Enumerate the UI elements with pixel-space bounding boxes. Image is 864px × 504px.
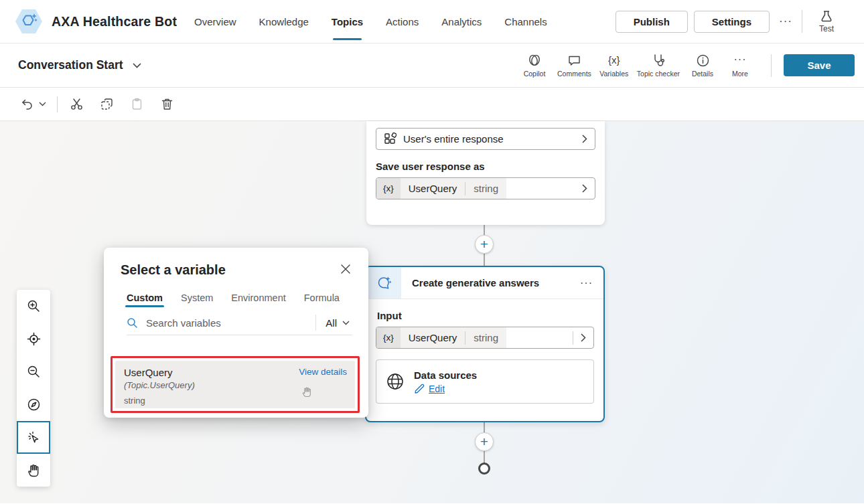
test-bot-button[interactable]: Test (802, 9, 851, 33)
input-variable-field[interactable]: {x} UserQuery string (376, 327, 594, 349)
info-icon (696, 54, 710, 68)
tab-system[interactable]: System (181, 292, 213, 311)
generative-answers-node[interactable]: Create generative answers ··· Input {x} … (365, 266, 605, 422)
identify-response-label: User's entire response (403, 133, 504, 145)
search-icon (127, 317, 138, 329)
header-more-button[interactable]: ··· (770, 15, 802, 28)
multiple-choice-icon (384, 133, 397, 145)
question-node-card: User's entire response Save user respons… (366, 121, 605, 225)
chevron-down-icon (133, 63, 141, 68)
data-sources-card: Data sources Edit (376, 359, 594, 404)
variable-item-name: UserQuery (124, 367, 195, 378)
zoom-in-button[interactable] (17, 290, 50, 323)
close-icon[interactable] (339, 262, 352, 276)
nav-analytics[interactable]: Analytics (441, 0, 482, 43)
variable-name: UserQuery (409, 183, 457, 194)
data-sources-title: Data sources (414, 369, 477, 381)
flask-icon (820, 9, 833, 23)
app-title: AXA Healthcare Bot (52, 14, 177, 29)
identify-response-field[interactable]: User's entire response (376, 128, 595, 150)
chevron-right-icon (575, 184, 595, 193)
test-label: Test (819, 24, 834, 33)
select-tool-button[interactable] (17, 421, 50, 454)
more-dots-icon: ··· (734, 53, 747, 68)
variables-tool-button[interactable]: {x} Variables (595, 53, 633, 78)
more-tool-button[interactable]: ··· More (721, 53, 759, 78)
node-title: Create generative answers (412, 267, 539, 299)
variable-type: string (474, 183, 498, 194)
chevron-down-icon (342, 321, 350, 325)
variable-separator (465, 331, 465, 345)
edit-link-label: Edit (429, 384, 445, 394)
variable-name: UserQuery (409, 332, 457, 343)
copilot-tool-button[interactable]: Copilot (516, 53, 553, 78)
add-node-button[interactable]: + (475, 235, 494, 254)
variable-search-row: All (127, 311, 352, 335)
input-label: Input (377, 310, 594, 321)
app-header: AXA Healthcare Bot Overview Knowledge To… (0, 0, 864, 44)
topic-checker-tool-button[interactable]: Topic checker (633, 53, 684, 78)
tab-custom[interactable]: Custom (127, 292, 163, 311)
globe-icon (386, 372, 405, 391)
nav-actions[interactable]: Actions (386, 0, 419, 43)
details-tool-button[interactable]: Details (684, 54, 721, 78)
end-of-topic-node[interactable] (478, 463, 490, 475)
variables-tool-label: Variables (599, 70, 628, 78)
nav-knowledge[interactable]: Knowledge (259, 0, 309, 43)
nav-topics[interactable]: Topics (332, 0, 363, 43)
cut-icon[interactable] (66, 93, 88, 115)
publish-button[interactable]: Publish (616, 11, 688, 33)
variable-separator (465, 182, 465, 195)
save-response-label: Save user response as (376, 161, 595, 172)
filter-label: All (326, 317, 337, 329)
center-view-button[interactable] (17, 323, 50, 355)
copilot-icon (527, 53, 542, 68)
save-variable-field[interactable]: {x} UserQuery string (376, 177, 595, 199)
undo-icon[interactable] (16, 94, 38, 115)
pan-tool-button[interactable] (17, 454, 50, 487)
topic-title-dropdown[interactable]: Conversation Start (18, 58, 141, 72)
comments-tool-label: Comments (557, 70, 591, 78)
variable-type: string (474, 332, 498, 343)
view-details-link[interactable]: View details (299, 367, 347, 377)
chevron-right-icon (575, 135, 595, 143)
variable-badge: {x} (376, 327, 401, 348)
add-node-button[interactable]: + (475, 432, 494, 451)
subbar-divider (771, 54, 772, 77)
node-more-button[interactable]: ··· (569, 267, 603, 299)
topic-title: Conversation Start (18, 58, 123, 72)
variable-filter-dropdown[interactable]: All (315, 315, 352, 331)
node-header: Create generative answers ··· (366, 267, 603, 299)
topic-checker-tool-label: Topic checker (637, 70, 680, 78)
variable-list-item[interactable]: UserQuery (Topic.UserQuery) string View … (115, 361, 355, 408)
save-button[interactable]: Save (784, 54, 855, 76)
copilot-studio-logo-icon (15, 9, 43, 34)
zoom-out-button[interactable] (17, 355, 50, 388)
select-variable-dialog: Select a variable Custom System Environm… (104, 248, 368, 418)
main-nav: Overview Knowledge Topics Actions Analyt… (194, 0, 547, 43)
variables-icon: {x} (608, 53, 620, 68)
hand-cursor-icon (302, 386, 312, 398)
search-variables-input[interactable] (146, 317, 315, 329)
tab-environment[interactable]: Environment (231, 292, 285, 311)
edit-data-sources-link[interactable]: Edit (414, 384, 477, 394)
settings-button[interactable]: Settings (694, 11, 770, 33)
edit-toolbar (0, 88, 864, 121)
nav-channels[interactable]: Channels (504, 0, 547, 43)
reset-view-button[interactable] (17, 388, 50, 421)
dialog-tabs: Custom System Environment Formula (127, 292, 352, 311)
variable-badge: {x} (376, 178, 401, 199)
more-tool-label: More (732, 70, 748, 78)
delete-icon[interactable] (156, 93, 178, 115)
authoring-canvas[interactable]: + + User's entire response Save user res… (0, 121, 864, 503)
details-tool-label: Details (692, 70, 713, 78)
annotation-highlight-box: UserQuery (Topic.UserQuery) string View … (111, 356, 360, 413)
chevron-right-icon (573, 333, 593, 342)
undo-menu-chevron-icon[interactable] (38, 98, 49, 110)
copilot-chat-icon (366, 267, 401, 299)
comments-tool-button[interactable]: Comments (553, 54, 595, 78)
pencil-icon (414, 384, 425, 394)
tab-formula[interactable]: Formula (304, 292, 340, 311)
nav-overview[interactable]: Overview (194, 0, 236, 43)
copy-icon[interactable] (96, 93, 118, 115)
